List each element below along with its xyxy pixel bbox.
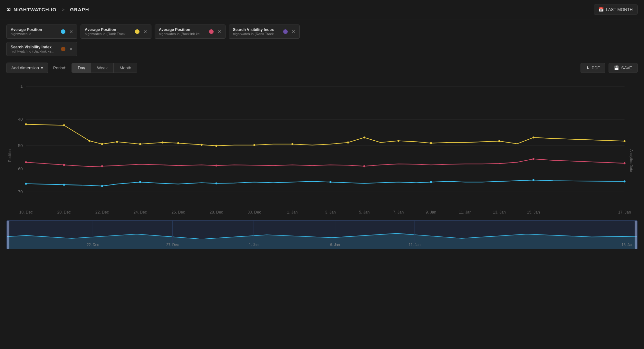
app-name: NIGHTWATCH.IO [14, 7, 57, 12]
svg-text:60: 60 [18, 166, 23, 171]
svg-point-28 [63, 124, 65, 126]
svg-point-40 [363, 136, 365, 138]
chip-close-3[interactable]: ✕ [292, 29, 295, 34]
svg-text:11. Jan: 11. Jan [409, 243, 420, 247]
header: ✉ NIGHTWATCH.IO > GRAPH 📅 LAST MONTH [0, 0, 644, 19]
svg-point-35 [201, 144, 203, 146]
breadcrumb-separator: > [62, 7, 65, 12]
svg-text:6. Jan: 6. Jan [330, 243, 340, 247]
minimap-container: 22. Dec 27. Dec 1. Jan 6. Jan 11. Jan 16… [6, 220, 638, 249]
svg-text:22. Dec: 22. Dec [87, 243, 99, 247]
pdf-label: PDF [591, 65, 600, 70]
svg-text:26. Dec: 26. Dec [171, 210, 185, 214]
save-label: SAVE [621, 65, 632, 70]
svg-point-60 [533, 179, 534, 181]
svg-text:11. Jan: 11. Jan [459, 210, 472, 214]
svg-point-58 [330, 181, 332, 183]
download-icon: ⬇ [586, 65, 590, 70]
y-axis-left-label: Position [8, 149, 12, 162]
svg-point-53 [25, 183, 27, 184]
svg-point-47 [63, 164, 65, 166]
chip-title-3: Search Visibility Index [233, 27, 281, 32]
svg-text:24. Dec: 24. Dec [133, 210, 147, 214]
svg-rect-75 [7, 221, 9, 249]
chip-title-1: Average Position [85, 27, 132, 32]
svg-point-56 [139, 181, 141, 183]
toolbar-right: ⬇ PDF 💾 SAVE [581, 63, 638, 73]
dimension-chip-4: Search Visibility Index nightwatch.io (B… [6, 42, 77, 56]
svg-point-51 [533, 158, 534, 160]
svg-point-61 [624, 180, 626, 182]
chip-close-0[interactable]: ✕ [69, 29, 73, 34]
dimension-chip-1: Average Position nightwatch.io (Rank Tra… [81, 25, 151, 39]
chevron-down-icon: ▾ [41, 65, 43, 70]
chip-title-0: Average Position [11, 27, 58, 32]
chip-text-1: Average Position nightwatch.io (Rank Tra… [85, 27, 132, 36]
svg-text:17. Jan: 17. Jan [618, 210, 631, 214]
chip-text-0: Average Position nightwatch.io [11, 27, 58, 36]
period-buttons: Day Week Month [72, 63, 137, 73]
svg-text:27. Dec: 27. Dec [166, 243, 178, 247]
chip-text-4: Search Visibility Index nightwatch.io (B… [11, 45, 58, 53]
svg-point-44 [533, 136, 534, 138]
svg-point-27 [25, 123, 27, 125]
save-button[interactable]: 💾 SAVE [609, 63, 638, 73]
svg-rect-0 [6, 76, 638, 218]
svg-point-48 [101, 165, 103, 167]
svg-text:50: 50 [18, 143, 23, 148]
svg-point-32 [139, 143, 141, 145]
svg-point-52 [624, 162, 626, 164]
app-logo: ✉ NIGHTWATCH.IO > GRAPH [6, 7, 89, 13]
svg-point-30 [101, 143, 103, 145]
last-month-label: LAST MONTH [606, 7, 633, 12]
svg-text:5. Jan: 5. Jan [359, 210, 370, 214]
svg-text:28. Dec: 28. Dec [209, 210, 223, 214]
svg-point-57 [215, 182, 217, 184]
svg-point-42 [430, 142, 432, 144]
svg-point-33 [162, 142, 164, 144]
svg-text:13. Jan: 13. Jan [493, 210, 506, 214]
logo-icon: ✉ [6, 7, 11, 13]
svg-text:7. Jan: 7. Jan [393, 210, 404, 214]
dimension-chip-2: Average Position nightwatch.io (Backlink… [155, 25, 226, 39]
chip-text-3: Search Visibility Index nightwatch.io (R… [233, 27, 281, 36]
minimap-svg: 22. Dec 27. Dec 1. Jan 6. Jan 11. Jan 16… [7, 221, 637, 249]
add-dimension-button[interactable]: Add dimension ▾ [6, 63, 48, 73]
svg-text:22. Dec: 22. Dec [95, 210, 109, 214]
svg-text:1. Jan: 1. Jan [287, 210, 298, 214]
chip-title-4: Search Visibility Index [11, 45, 58, 49]
pdf-button[interactable]: ⬇ PDF [581, 63, 605, 73]
chip-dot-3 [283, 29, 288, 34]
chip-dot-1 [135, 29, 139, 34]
svg-point-45 [624, 140, 626, 142]
svg-text:1. Jan: 1. Jan [249, 243, 259, 247]
period-week-button[interactable]: Week [91, 63, 114, 73]
svg-point-36 [215, 145, 217, 147]
main-content: Average Position nightwatch.io ✕ Average… [0, 19, 644, 254]
chip-sub-0: nightwatch.io [11, 32, 58, 36]
svg-text:30. Dec: 30. Dec [248, 210, 261, 214]
svg-point-50 [363, 165, 365, 167]
chip-close-2[interactable]: ✕ [217, 29, 221, 34]
svg-point-59 [430, 181, 432, 183]
dimension-chip-3: Search Visibility Index nightwatch.io (R… [229, 25, 300, 39]
svg-text:1: 1 [20, 84, 23, 89]
period-month-button[interactable]: Month [114, 63, 137, 73]
svg-text:18. Dec: 18. Dec [19, 210, 33, 214]
chip-close-1[interactable]: ✕ [143, 29, 147, 34]
last-month-button[interactable]: 📅 LAST MONTH [594, 5, 638, 15]
svg-text:40: 40 [18, 117, 23, 122]
period-label: Period: [53, 65, 66, 70]
chip-close-4[interactable]: ✕ [69, 46, 73, 52]
svg-point-31 [116, 141, 118, 143]
svg-point-54 [63, 184, 65, 186]
svg-point-43 [498, 140, 500, 142]
chip-text-2: Average Position nightwatch.io (Backlink… [159, 27, 207, 36]
toolbar: Add dimension ▾ Period: Day Week Month ⬇… [6, 63, 638, 73]
header-right: 📅 LAST MONTH [594, 5, 638, 15]
svg-point-34 [177, 142, 179, 144]
chart-container: Position Analytics Data 1 40 50 60 70 18 [6, 76, 638, 218]
svg-text:16. Jan: 16. Jan [622, 243, 633, 247]
period-day-button[interactable]: Day [72, 63, 91, 73]
svg-rect-76 [635, 221, 637, 249]
